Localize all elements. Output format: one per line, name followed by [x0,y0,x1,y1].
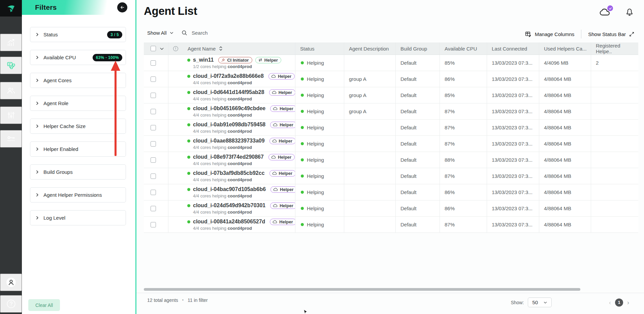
col-status[interactable]: Status [295,42,344,55]
table-row[interactable]: cloud_i-07b3af9db85cb92cc Helper 4/4 cor… [144,168,638,184]
col-build-group[interactable]: Build Group [395,42,440,55]
filter-item[interactable]: Agent Role [30,96,126,111]
description-cell [344,55,395,71]
col-used-helpers[interactable]: Used Helpers Ca... [539,42,591,55]
ci-badge: CI Initiator [218,57,252,63]
show-label: Show: [511,300,524,305]
clear-all-button[interactable]: Clear All [28,299,60,311]
row-checkbox[interactable] [151,206,156,211]
filter-label: Agent Role [43,100,68,106]
agents-icon[interactable] [0,57,22,74]
col-last-connected[interactable]: Last Connected [487,42,539,55]
filter-item[interactable]: Status 3 / 5 [30,27,126,42]
available-cpu-cell: 86% [440,71,487,87]
settings-sliders-icon[interactable] [0,106,22,124]
cloud-icon [273,187,278,191]
manage-columns-button[interactable]: Manage Columns [525,31,575,38]
col-agent-name[interactable]: Agent Name [183,42,295,55]
used-helpers-cell: 4/88064 MB [539,120,591,135]
table-row[interactable]: cloud_i-024d549d942b70301 Helper 4/4 cor… [144,200,638,217]
row-checkbox[interactable] [151,93,156,98]
toolbar: Show All Search Manage Columns Show Stat… [136,29,644,40]
agent-subtext: 4/4 cores helping coord4prod [193,161,252,166]
swap-icon [258,58,263,62]
notifications-button[interactable] [625,7,634,17]
agent-subtext: 4/4 cores helping coord4prod [193,113,252,118]
row-alert-cell [168,217,183,232]
analytics-icon[interactable] [0,34,22,51]
row-checkbox[interactable] [151,109,156,114]
total-agents-label: 12 total agents [147,297,178,303]
last-connected-cell: 13/03/2023 07:3... [487,200,539,216]
sort-icon[interactable] [219,46,223,51]
table-row[interactable]: cloud_i-0ab91e098db759458 Helper 4/4 cor… [144,120,638,136]
description-cell [344,184,395,200]
status-cell: Helping [295,200,344,216]
search-placeholder: Search [192,30,208,36]
collapse-filters-button[interactable] [117,2,127,12]
row-checkbox[interactable] [151,222,156,227]
app-logo[interactable] [0,0,22,17]
registered-helpers-cell [591,152,637,168]
row-checkbox[interactable] [151,76,156,82]
filter-item[interactable]: Agent Helper Permissions [30,187,126,202]
chevron-right-icon [35,216,39,220]
row-checkbox[interactable] [151,174,156,179]
agent-subtext: 4/4 cores helping coord4prod [193,80,252,85]
cloud-status-button[interactable] [599,7,611,17]
select-menu-chevron-icon[interactable] [159,46,164,51]
account-icon[interactable] [0,274,22,291]
search-input[interactable]: Search [181,30,208,36]
agent-online-dot [187,156,190,159]
row-checkbox[interactable] [151,190,156,195]
license-key-icon[interactable] [0,130,22,148]
filter-item[interactable]: Log Level [30,210,126,225]
row-checkbox[interactable] [151,60,156,66]
last-connected-cell: 13/03/2023 07:3... [487,103,539,119]
page-number-button[interactable]: 1 [615,299,623,307]
table-row[interactable]: s_win11 CI InitiatorHelper 1/2 cores hel… [144,55,638,71]
filter-item[interactable]: Build Groups [30,164,126,180]
build-group-cell: Default [395,168,440,184]
filter-item[interactable]: Agent Cores [30,73,126,88]
filter-label: Status [43,32,58,37]
page-size-select[interactable]: 50 [528,297,552,307]
help-icon[interactable] [0,295,22,313]
col-available-cpu[interactable]: Available CPU [440,42,487,55]
row-checkbox[interactable] [151,157,156,163]
table-row[interactable]: cloud_i-0b0451669c49cbdee Helper 4/4 cor… [144,103,638,120]
chevron-right-icon [35,147,39,151]
table-row[interactable]: cloud_i-00841a24b8506527d Helper 4/4 cor… [144,217,638,233]
table-row[interactable]: cloud_i-0aae8883239733a09 Helper 4/4 cor… [144,136,638,152]
filter-item[interactable]: Helper Enabled [30,142,126,157]
users-icon[interactable] [0,82,22,99]
alert-circle-icon [172,45,179,52]
show-all-dropdown[interactable]: Show All [147,30,174,36]
col-registered-helpers[interactable]: Registered Helpe.. [591,42,637,55]
table-row[interactable]: cloud_i-04bac907d105ab6b6 Helper 4/4 cor… [144,184,638,200]
chevron-down-icon [543,301,547,305]
agent-subtext: 4/4 cores helping coord4prod [193,96,252,101]
last-connected-cell: 13/03/2023 07:3... [487,87,539,103]
filter-item[interactable]: Helper Cache Size [30,119,126,134]
annotation-arrow-head [111,61,120,71]
helper-purple-badge: Helper [269,138,295,144]
in-filter-label: 11 in filter [188,297,208,303]
prev-page-button[interactable]: ‹ [609,300,611,306]
next-page-button[interactable]: › [627,300,629,306]
select-all-checkbox[interactable] [151,46,156,51]
agent-name: s_win11 [193,57,214,63]
status-cell: Helping [295,87,344,103]
table-row[interactable]: cloud_i-0d6441d144f95ab28 Helper 4/4 cor… [144,87,638,103]
filters-title: Filters [35,3,57,11]
cloud-icon [273,203,278,208]
row-checkbox[interactable] [151,125,156,130]
horizontal-scrollbar[interactable] [144,288,580,291]
show-status-bar-button[interactable]: Show Status Bar [588,31,635,37]
col-agent-description[interactable]: Agent Description [344,42,395,55]
agent-name: cloud_i-0ab91e098db759458 [193,122,265,128]
row-checkbox[interactable] [151,141,156,147]
registered-helpers-cell [591,103,637,119]
table-row[interactable]: cloud_i-0f72a9a2e88b666e8 Helper 4/4 cor… [144,71,638,87]
table-row[interactable]: cloud_i-08e973f74ed290867 Helper 4/4 cor… [144,152,638,168]
